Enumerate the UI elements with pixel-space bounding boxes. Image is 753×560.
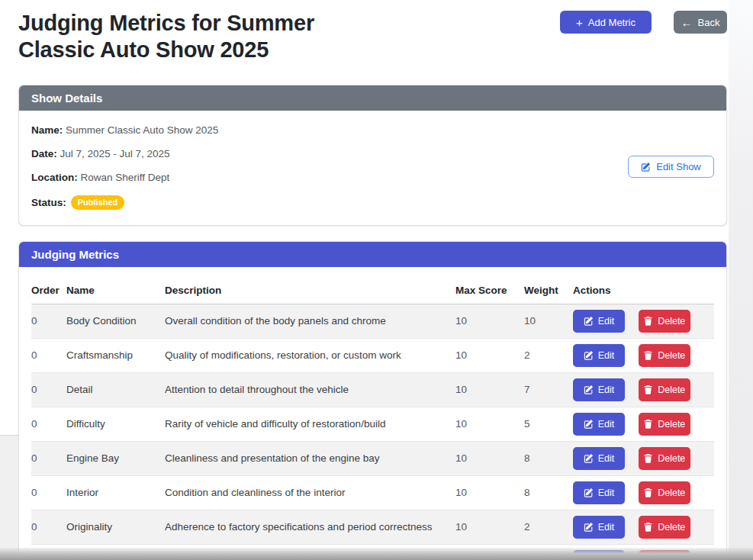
cell-description: Adherence to factory specifications and … bbox=[165, 510, 455, 544]
table-header-row: Order Name Description Max Score Weight … bbox=[31, 275, 714, 304]
detail-name: Name: Summer Classic Auto Show 2025 bbox=[31, 124, 628, 136]
cell-name: Originality bbox=[66, 510, 165, 544]
cell-max-score: 10 bbox=[455, 338, 524, 372]
cell-actions: Edit Delete bbox=[573, 441, 714, 475]
table-row: 0 Body Condition Overall condition of th… bbox=[31, 304, 714, 338]
pencil-square-icon bbox=[584, 556, 594, 560]
trash-icon bbox=[643, 316, 653, 326]
pencil-square-icon bbox=[584, 350, 594, 360]
cell-max-score: 10 bbox=[455, 441, 524, 475]
name-label: Name: bbox=[31, 124, 63, 136]
cell-name: Interior bbox=[66, 475, 165, 510]
cell-actions: Edit Delete bbox=[573, 407, 714, 441]
delete-button-label: Delete bbox=[658, 385, 685, 395]
table-row: Edit Delete bbox=[31, 544, 714, 560]
edit-button[interactable]: Edit bbox=[573, 310, 625, 333]
column-header-weight: Weight bbox=[524, 275, 573, 304]
edit-button-label: Edit bbox=[598, 453, 615, 464]
cell-description: Rarity of vehicle and difficulty of rest… bbox=[165, 407, 455, 441]
delete-button[interactable]: Delete bbox=[639, 378, 690, 401]
trash-icon bbox=[643, 453, 653, 463]
status-label: Status: bbox=[31, 197, 66, 208]
cell-name bbox=[66, 544, 165, 560]
trash-icon bbox=[643, 522, 653, 532]
cell-description: Cleanliness and presentation of the engi… bbox=[165, 441, 455, 475]
table-row: 0 Originality Adherence to factory speci… bbox=[31, 510, 714, 544]
back-button[interactable]: ← Back bbox=[674, 11, 727, 34]
column-header-name: Name bbox=[66, 275, 165, 304]
cell-weight: 2 bbox=[524, 338, 573, 372]
judging-metrics-card: Judging Metrics Order Name Description M… bbox=[18, 241, 727, 560]
edit-button[interactable]: Edit bbox=[573, 378, 625, 401]
column-header-max-score: Max Score bbox=[455, 275, 524, 304]
cell-name: Craftsmanship bbox=[66, 338, 165, 372]
edit-button[interactable]: Edit bbox=[573, 516, 625, 539]
cell-max-score: 10 bbox=[455, 372, 524, 407]
edit-button[interactable]: Edit bbox=[573, 344, 625, 367]
name-value: Summer Classic Auto Show 2025 bbox=[66, 124, 218, 136]
table-row: 0 Craftsmanship Quality of modifications… bbox=[31, 338, 714, 372]
status-badge: Published bbox=[71, 195, 125, 210]
cell-order: 0 bbox=[31, 338, 66, 372]
cell-description: Condition and cleanliness of the interio… bbox=[165, 475, 455, 510]
back-label: Back bbox=[698, 17, 720, 28]
delete-button[interactable]: Delete bbox=[639, 481, 690, 504]
judging-metrics-header: Judging Metrics bbox=[19, 242, 726, 267]
show-details-fields: Name: Summer Classic Auto Show 2025 Date… bbox=[31, 124, 628, 210]
trash-icon bbox=[643, 385, 653, 394]
pencil-square-icon bbox=[584, 488, 594, 497]
cell-max-score bbox=[455, 544, 524, 560]
cell-weight bbox=[524, 544, 573, 560]
detail-date: Date: Jul 7, 2025 - Jul 7, 2025 bbox=[31, 148, 628, 159]
delete-button[interactable]: Delete bbox=[639, 550, 690, 560]
cell-weight: 5 bbox=[524, 407, 573, 441]
edit-show-button[interactable]: Edit Show bbox=[628, 156, 714, 178]
edit-button[interactable]: Edit bbox=[573, 550, 625, 560]
cell-description: Quality of modifications, restoration, o… bbox=[165, 338, 455, 372]
cell-name: Engine Bay bbox=[66, 441, 165, 475]
add-metric-button[interactable]: + Add Metric bbox=[560, 11, 652, 34]
page-title: Judging Metrics for Summer Classic Auto … bbox=[18, 10, 392, 63]
cell-actions: Edit Delete bbox=[573, 544, 714, 560]
cell-weight: 8 bbox=[524, 441, 573, 475]
cell-max-score: 10 bbox=[455, 407, 524, 441]
date-label: Date: bbox=[31, 148, 57, 159]
add-metric-label: Add Metric bbox=[588, 17, 636, 28]
edit-button-label: Edit bbox=[598, 488, 615, 498]
edit-button[interactable]: Edit bbox=[573, 447, 625, 470]
cell-description: Attention to detail throughout the vehic… bbox=[165, 372, 455, 407]
delete-button[interactable]: Delete bbox=[639, 344, 690, 367]
table-row: 0 Difficulty Rarity of vehicle and diffi… bbox=[31, 407, 714, 441]
cell-order: 0 bbox=[31, 475, 66, 510]
delete-button[interactable]: Delete bbox=[639, 516, 690, 539]
plus-icon: + bbox=[576, 17, 583, 28]
arrow-left-icon: ← bbox=[681, 17, 693, 28]
table-row: 0 Engine Bay Cleanliness and presentatio… bbox=[31, 441, 714, 475]
cell-order bbox=[31, 544, 66, 560]
edit-button[interactable]: Edit bbox=[573, 481, 625, 504]
edit-button-label: Edit bbox=[598, 522, 615, 533]
cell-actions: Edit Delete bbox=[573, 475, 714, 510]
cell-order: 0 bbox=[31, 441, 66, 475]
trash-icon bbox=[643, 419, 653, 429]
cell-order: 0 bbox=[31, 304, 66, 338]
pencil-square-icon bbox=[584, 385, 594, 394]
cell-name: Detail bbox=[66, 372, 165, 407]
delete-button[interactable]: Delete bbox=[639, 413, 690, 436]
cell-name: Body Condition bbox=[66, 304, 165, 338]
cell-actions: Edit Delete bbox=[573, 338, 714, 372]
pencil-square-icon bbox=[641, 162, 651, 172]
column-header-order: Order bbox=[31, 275, 66, 304]
delete-button[interactable]: Delete bbox=[639, 310, 690, 333]
judging-metrics-body: Order Name Description Max Score Weight … bbox=[19, 267, 726, 560]
edit-button[interactable]: Edit bbox=[573, 413, 625, 436]
cell-weight: 2 bbox=[524, 510, 573, 544]
delete-button-label: Delete bbox=[658, 419, 685, 430]
cell-max-score: 10 bbox=[455, 475, 524, 510]
delete-button[interactable]: Delete bbox=[639, 447, 690, 470]
trash-icon bbox=[643, 556, 653, 560]
delete-button-label: Delete bbox=[658, 316, 685, 327]
column-header-description: Description bbox=[165, 275, 455, 304]
table-row: 0 Detail Attention to detail throughout … bbox=[31, 372, 714, 407]
page-header: Judging Metrics for Summer Classic Auto … bbox=[18, 0, 727, 63]
